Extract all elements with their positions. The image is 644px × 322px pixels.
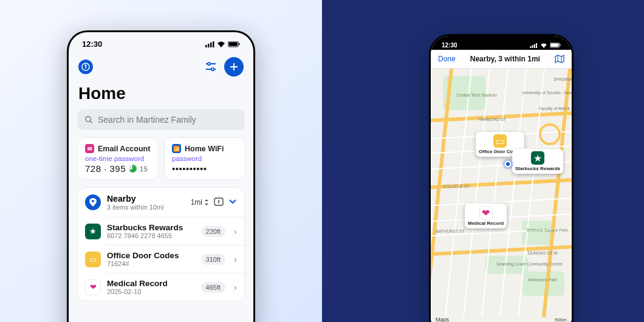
map-view[interactable]: Central Tech StadiumUniversity of Toront… bbox=[431, 69, 572, 322]
app-bar bbox=[69, 52, 253, 81]
otp-timer-icon bbox=[129, 165, 137, 173]
map-pin-starbucks[interactable]: ★ Starbucks Rewards bbox=[512, 149, 563, 174]
map-label: Faculty of Arts & Science bbox=[539, 106, 572, 111]
status-bar: 12:30 bbox=[69, 32, 253, 52]
svg-rect-3 bbox=[213, 41, 214, 47]
right-panel: 12:30 Done Nearby, 3 within 1mi bbox=[322, 0, 644, 322]
chevron-down-icon[interactable] bbox=[228, 198, 237, 207]
map-label: SPADINA AVE bbox=[553, 77, 572, 81]
nearby-item-medical[interactable]: ❤ Medical Record2025-02-10 465ft › bbox=[78, 273, 244, 301]
map-icon[interactable] bbox=[214, 197, 224, 208]
starbucks-icon: ★ bbox=[85, 224, 101, 239]
app-logo-icon bbox=[78, 60, 93, 74]
nearby-panel: Nearby 3 items within 10mi 1mi ★ Starbuc… bbox=[77, 187, 245, 301]
svg-rect-0 bbox=[205, 45, 207, 47]
card-peek[interactable]: 🌐I num 07H bbox=[251, 137, 253, 180]
map-label: Scadding Court Community Centre bbox=[496, 262, 563, 266]
map-label: Alexandra Park bbox=[528, 278, 557, 282]
page-title: Home bbox=[69, 81, 253, 109]
svg-point-20 bbox=[218, 200, 220, 202]
nearby-item-starbucks[interactable]: ★ Starbucks Rewards6072 7846 2278 4655 2… bbox=[78, 218, 244, 245]
chevron-right-icon: › bbox=[231, 282, 237, 292]
map-label: University of Toronto - New College bbox=[522, 91, 572, 95]
map-label: Central Tech Stadium bbox=[456, 93, 497, 97]
user-location-icon bbox=[505, 161, 511, 167]
add-button[interactable] bbox=[224, 57, 244, 77]
map-screen: 12:30 Done Nearby, 3 within 1mi bbox=[431, 36, 572, 322]
filter-button[interactable] bbox=[205, 61, 217, 72]
status-icons bbox=[205, 41, 240, 47]
svg-rect-2 bbox=[210, 43, 212, 47]
suggestions-row: ✉Email Account one-time password 728 · 3… bbox=[69, 137, 253, 187]
map-label: DUNDAS ST W bbox=[528, 251, 558, 255]
home-screen: 12:30 bbox=[69, 32, 253, 322]
phone-map: 12:30 Done Nearby, 3 within 1mi bbox=[429, 34, 574, 322]
svg-rect-1 bbox=[208, 44, 210, 47]
svg-point-18 bbox=[92, 200, 94, 202]
svg-rect-9 bbox=[85, 66, 86, 69]
map-attribution: Maps bbox=[436, 317, 449, 322]
svg-rect-23 bbox=[534, 44, 535, 47]
map-label: Bellevue Square Park bbox=[527, 228, 568, 232]
map-label: HARBORD ST bbox=[478, 117, 506, 122]
heart-icon: ❤ bbox=[85, 279, 101, 295]
nearby-header[interactable]: Nearby 3 items within 10mi 1mi bbox=[78, 188, 244, 217]
location-pin-icon bbox=[85, 194, 101, 210]
status-icons bbox=[530, 43, 561, 48]
search-input[interactable]: Search in Martinez Family bbox=[77, 109, 245, 130]
status-time: 12:30 bbox=[442, 42, 457, 49]
radius-selector[interactable]: 1mi bbox=[191, 198, 209, 207]
left-panel: 12:30 bbox=[0, 0, 322, 322]
distance-badge: 220ft bbox=[201, 226, 225, 237]
search-icon bbox=[84, 115, 93, 124]
search-placeholder: Search in Martinez Family bbox=[98, 115, 196, 125]
svg-rect-26 bbox=[550, 43, 558, 47]
notes-icon: ▭ bbox=[85, 252, 101, 267]
svg-rect-24 bbox=[536, 43, 537, 48]
wifi-icon: 📶 bbox=[172, 144, 181, 153]
chevron-right-icon: › bbox=[231, 254, 237, 264]
nav-title: Nearby, 3 within 1mi bbox=[470, 55, 540, 63]
card-email[interactable]: ✉Email Account one-time password 728 · 3… bbox=[77, 137, 159, 180]
map-toggle-button[interactable] bbox=[555, 55, 564, 63]
map-scale: 500m bbox=[555, 317, 567, 322]
status-bar: 12:30 bbox=[431, 36, 572, 50]
envelope-icon: ✉ bbox=[85, 144, 94, 153]
status-time: 12:30 bbox=[82, 39, 102, 49]
svg-rect-27 bbox=[560, 44, 560, 46]
svg-rect-21 bbox=[530, 46, 532, 47]
svg-point-13 bbox=[211, 68, 214, 70]
map-pin-medical[interactable]: ❤ Medical Record bbox=[465, 204, 507, 228]
svg-point-16 bbox=[86, 117, 91, 122]
phone-home: 12:30 bbox=[67, 30, 255, 322]
svg-point-11 bbox=[208, 63, 210, 65]
done-button[interactable]: Done bbox=[438, 55, 456, 63]
svg-rect-22 bbox=[532, 45, 533, 48]
svg-point-8 bbox=[85, 64, 87, 66]
svg-line-17 bbox=[90, 121, 92, 123]
card-wifi[interactable]: 📶Home WiFi password •••••••••• bbox=[164, 137, 245, 180]
nearby-item-office[interactable]: ▭ Office Door Codes71624# 310ft › bbox=[78, 245, 244, 273]
distance-badge: 310ft bbox=[201, 254, 225, 265]
distance-badge: 465ft bbox=[201, 282, 225, 293]
svg-rect-6 bbox=[239, 43, 239, 45]
map-label: BATHURST ST bbox=[436, 229, 465, 233]
chevron-right-icon: › bbox=[231, 226, 237, 236]
nav-bar: Done Nearby, 3 within 1mi bbox=[431, 50, 572, 69]
map-label: COLLEGE ST bbox=[443, 184, 470, 188]
svg-rect-5 bbox=[228, 42, 238, 46]
